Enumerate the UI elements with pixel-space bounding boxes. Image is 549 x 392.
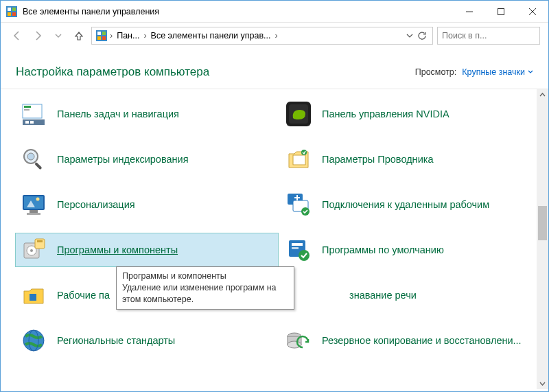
svg-rect-16 bbox=[24, 106, 31, 108]
view-by-label: Просмотр: bbox=[415, 67, 457, 77]
backup-icon bbox=[285, 327, 312, 354]
chevron-right-icon[interactable]: › bbox=[275, 31, 278, 41]
svg-point-44 bbox=[299, 250, 309, 261]
window-title: Все элементы панели управления bbox=[23, 7, 454, 16]
up-button[interactable] bbox=[71, 27, 87, 44]
chevron-right-icon[interactable]: › bbox=[110, 31, 113, 41]
item-remote-desktop[interactable]: Подключения к удаленным рабочим bbox=[281, 188, 543, 221]
item-label: Подключения к удаленным рабочим bbox=[322, 198, 489, 211]
default-programs-icon bbox=[285, 236, 312, 264]
svg-rect-40 bbox=[37, 240, 43, 242]
svg-rect-24 bbox=[34, 162, 42, 170]
svg-rect-31 bbox=[30, 210, 38, 213]
breadcrumb-segment[interactable]: Все элементы панели управ... bbox=[148, 31, 274, 41]
svg-rect-3 bbox=[8, 12, 11, 16]
svg-rect-13 bbox=[102, 36, 106, 40]
work-folders-icon bbox=[20, 281, 47, 309]
minimize-button[interactable] bbox=[454, 1, 485, 23]
tooltip: Программы и компоненты Удаление или изме… bbox=[116, 266, 294, 310]
tooltip-title: Программы и компоненты bbox=[122, 270, 288, 282]
svg-rect-11 bbox=[102, 32, 106, 35]
svg-rect-25 bbox=[293, 155, 305, 165]
svg-rect-10 bbox=[97, 32, 101, 35]
address-bar[interactable]: › Пан... › Все элементы панели управ... … bbox=[91, 27, 433, 45]
view-by: Просмотр: Крупные значки bbox=[415, 67, 533, 77]
view-by-dropdown[interactable]: Крупные значки bbox=[462, 67, 533, 77]
svg-rect-42 bbox=[292, 243, 303, 246]
personalization-icon bbox=[20, 191, 47, 218]
recent-dropdown[interactable] bbox=[50, 27, 67, 44]
svg-rect-18 bbox=[25, 121, 29, 124]
refresh-icon[interactable] bbox=[417, 31, 427, 41]
item-label: Персонализация bbox=[57, 198, 135, 211]
item-backup-restore[interactable]: Резервное копирование и восстановлени... bbox=[281, 324, 543, 357]
item-programs-features[interactable]: Программы и компоненты bbox=[16, 233, 278, 266]
indexing-icon bbox=[20, 146, 47, 173]
svg-rect-1 bbox=[8, 8, 11, 11]
item-nvidia[interactable]: Панель управления NVIDIA bbox=[281, 97, 543, 130]
view-by-value: Крупные значки bbox=[462, 67, 525, 77]
chevron-right-icon[interactable]: › bbox=[143, 31, 146, 41]
svg-point-38 bbox=[30, 249, 33, 252]
back-button[interactable] bbox=[9, 27, 25, 44]
search-input[interactable] bbox=[437, 27, 540, 45]
item-label: Панель задач и навигация bbox=[57, 108, 179, 120]
header: Настройка параметров компьютера Просмотр… bbox=[1, 49, 548, 89]
tooltip-body: Удаление или изменение программ на этом … bbox=[122, 282, 288, 305]
item-default-programs[interactable]: Программы по умолчанию bbox=[281, 233, 543, 266]
nav-row: › Пан... › Все элементы панели управ... … bbox=[1, 23, 548, 49]
item-taskbar-navigation[interactable]: Панель задач и навигация bbox=[16, 97, 278, 130]
item-label: знавание речи bbox=[349, 289, 417, 301]
svg-point-30 bbox=[36, 198, 40, 201]
window-controls bbox=[454, 1, 548, 22]
breadcrumb-segment[interactable]: Пан... bbox=[114, 31, 142, 41]
item-indexing[interactable]: Параметры индексирования bbox=[16, 143, 278, 176]
svg-rect-17 bbox=[24, 109, 30, 111]
svg-rect-4 bbox=[12, 12, 16, 16]
svg-rect-32 bbox=[27, 213, 40, 215]
forward-button[interactable] bbox=[30, 27, 46, 44]
items-grid: Панель задач и навигация Панель управлен… bbox=[1, 89, 548, 365]
item-label: Панель управления NVIDIA bbox=[322, 108, 449, 120]
region-icon bbox=[20, 327, 47, 354]
folder-options-icon bbox=[285, 146, 312, 173]
item-speech-recognition[interactable]: знавание речи bbox=[281, 279, 543, 312]
nvidia-icon bbox=[285, 100, 312, 128]
programs-icon bbox=[20, 236, 47, 264]
item-personalization[interactable]: Персонализация bbox=[16, 188, 278, 221]
item-explorer-options[interactable]: Параметры Проводника bbox=[281, 143, 543, 176]
item-label: Параметры Проводника bbox=[322, 153, 433, 165]
scroll-thumb[interactable] bbox=[538, 206, 547, 240]
item-label: Параметры индексирования bbox=[57, 153, 189, 165]
item-label: Региональные стандарты bbox=[57, 334, 175, 347]
vertical-scrollbar[interactable] bbox=[537, 89, 548, 389]
svg-rect-6 bbox=[498, 9, 504, 15]
remote-desktop-icon bbox=[285, 191, 312, 218]
svg-rect-2 bbox=[12, 8, 16, 11]
item-label: Программы по умолчанию bbox=[322, 244, 444, 256]
item-label: Рабочие па bbox=[57, 289, 110, 301]
svg-rect-45 bbox=[30, 294, 36, 301]
svg-rect-12 bbox=[97, 36, 101, 40]
maximize-button[interactable] bbox=[485, 1, 517, 23]
titlebar: Все элементы панели управления bbox=[1, 1, 548, 23]
main-panel: Панель задач и навигация Панель управлен… bbox=[1, 89, 548, 389]
control-panel-icon bbox=[96, 30, 107, 41]
scroll-up-icon[interactable] bbox=[537, 89, 548, 101]
close-button[interactable] bbox=[517, 1, 548, 23]
svg-rect-19 bbox=[30, 121, 34, 124]
page-title: Настройка параметров компьютера bbox=[16, 65, 415, 79]
item-label: Программы и компоненты bbox=[57, 244, 178, 256]
item-region[interactable]: Региональные стандарты bbox=[16, 324, 278, 357]
taskbar-icon bbox=[20, 100, 47, 128]
svg-point-23 bbox=[27, 153, 34, 160]
control-panel-icon bbox=[6, 6, 17, 17]
item-label: Резервное копирование и восстановлени... bbox=[322, 334, 522, 347]
chevron-down-icon bbox=[528, 69, 533, 75]
scroll-down-icon[interactable] bbox=[537, 378, 548, 389]
dropdown-icon[interactable] bbox=[406, 32, 413, 39]
svg-rect-43 bbox=[292, 247, 299, 249]
